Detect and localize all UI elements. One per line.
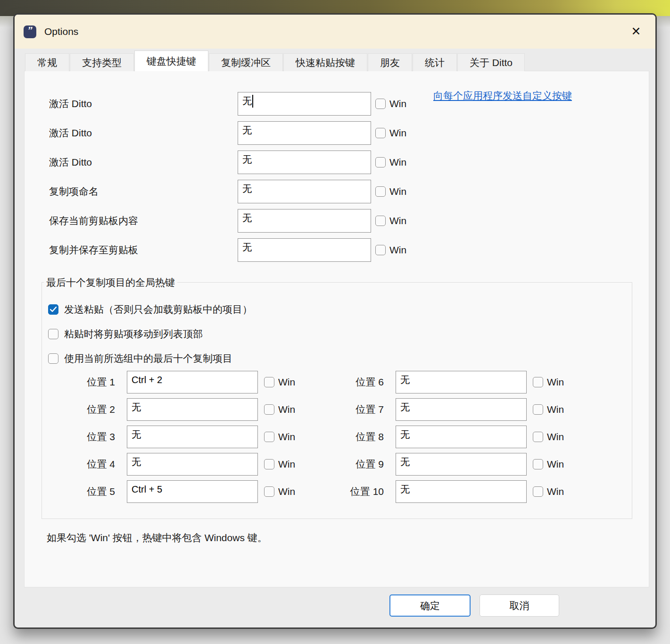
position-hotkey-value: 无 xyxy=(400,374,410,386)
position-label: 位置 9 xyxy=(323,458,384,471)
win-checkbox[interactable] xyxy=(533,404,543,415)
ditto-logo-icon: ” xyxy=(24,25,36,38)
win-checkbox[interactable] xyxy=(264,377,274,387)
position-hotkey-value: 无 xyxy=(400,456,410,468)
option-label: 使用当前所选组中的最后十个复制项目 xyxy=(64,352,232,365)
win-checkbox[interactable] xyxy=(533,459,543,469)
position-hotkey-input[interactable]: Ctrl + 2 xyxy=(127,371,258,393)
position-hotkey-value: Ctrl + 5 xyxy=(132,483,162,496)
positions-right-column: 位置 6 无 Win 位置 7 无 Win 位置 8 无 xyxy=(323,368,564,505)
tab-label: 常规 xyxy=(37,56,57,69)
hotkey-input[interactable]: 无 xyxy=(238,180,371,203)
close-icon[interactable]: ✕ xyxy=(628,23,644,39)
tab[interactable]: 常规 xyxy=(25,53,69,71)
win-option: Win xyxy=(533,431,564,443)
option-checkbox[interactable] xyxy=(48,329,58,339)
cancel-button[interactable]: 取消 xyxy=(480,594,559,617)
position-row: 位置 7 无 Win xyxy=(323,396,564,423)
win-checkbox-label: Win xyxy=(389,98,406,109)
position-row: 位置 1 Ctrl + 2 Win xyxy=(54,368,295,396)
win-checkbox-label: Win xyxy=(389,186,406,197)
win-checkbox[interactable] xyxy=(375,157,386,167)
position-row: 位置 8 无 Win xyxy=(323,423,564,451)
win-option: Win xyxy=(533,486,564,497)
tab-label: 支持类型 xyxy=(82,56,122,69)
win-key-note: 如果勾选 'Win' 按钮，热键中将包含 Windows 键。 xyxy=(47,531,267,544)
ok-button[interactable]: 确定 xyxy=(389,594,471,617)
position-label: 位置 7 xyxy=(323,403,384,416)
win-checkbox-label: Win xyxy=(278,431,295,443)
win-checkbox-label: Win xyxy=(389,157,406,168)
win-checkbox[interactable] xyxy=(533,432,543,442)
hotkey-input[interactable]: 无 xyxy=(238,151,371,174)
hotkey-row: 复制并保存至剪贴板 无 Win xyxy=(49,238,406,262)
win-checkbox[interactable] xyxy=(533,486,543,497)
position-label: 位置 5 xyxy=(54,485,115,498)
position-hotkey-input[interactable]: 无 xyxy=(396,453,527,476)
option-row: 使用当前所选组中的最后十个复制项目 xyxy=(48,352,252,365)
win-checkbox[interactable] xyxy=(375,128,386,138)
hotkey-input[interactable]: 无 xyxy=(238,209,371,233)
option-checkbox[interactable] xyxy=(48,353,58,364)
hotkey-input[interactable]: 无 xyxy=(238,121,371,145)
hotkey-input[interactable]: 无 xyxy=(238,238,371,262)
position-hotkey-input[interactable]: Ctrl + 5 xyxy=(127,480,258,503)
position-row: 位置 3 无 Win xyxy=(54,423,295,451)
hotkey-label: 复制项命名 xyxy=(49,185,238,198)
position-hotkey-input[interactable]: 无 xyxy=(396,426,527,448)
tab[interactable]: 支持类型 xyxy=(70,53,134,71)
win-option: Win xyxy=(264,486,295,497)
hotkey-label: 激活 Ditto xyxy=(49,97,238,110)
win-option: Win xyxy=(375,98,406,109)
win-checkbox[interactable] xyxy=(264,432,274,442)
win-checkbox-label: Win xyxy=(389,127,406,139)
win-checkbox[interactable] xyxy=(375,216,386,226)
position-hotkey-input[interactable]: 无 xyxy=(127,398,258,421)
win-option: Win xyxy=(264,459,295,470)
option-checkbox[interactable] xyxy=(48,304,58,315)
hotkey-input[interactable]: 无 xyxy=(238,92,371,116)
option-label: 发送粘贴（否则只会加载剪贴板中的项目） xyxy=(64,303,252,316)
position-label: 位置 2 xyxy=(54,403,115,416)
tab[interactable]: 快速粘贴按键 xyxy=(283,53,367,71)
win-option: Win xyxy=(264,404,295,415)
position-hotkey-input[interactable]: 无 xyxy=(127,426,258,448)
tab[interactable]: 复制缓冲区 xyxy=(209,53,283,71)
win-option: Win xyxy=(375,244,406,256)
hotkey-value: 无 xyxy=(242,153,252,166)
titlebar: ” Options ✕ xyxy=(15,15,655,49)
send-custom-keys-link[interactable]: 向每个应用程序发送自定义按键 xyxy=(433,89,572,102)
win-checkbox[interactable] xyxy=(375,99,386,109)
win-option: Win xyxy=(264,376,295,388)
position-hotkey-input[interactable]: 无 xyxy=(396,398,527,421)
win-checkbox[interactable] xyxy=(375,186,386,197)
tab-label: 朋友 xyxy=(380,56,400,69)
position-hotkey-value: 无 xyxy=(132,401,141,414)
keyboard-shortcuts-panel: 向每个应用程序发送自定义按键 激活 Ditto 无 Win 激活 Ditto 无… xyxy=(24,71,649,587)
tab[interactable]: 朋友 xyxy=(368,53,412,71)
hotkey-rows: 激活 Ditto 无 Win 激活 Ditto 无 Win 激活 Ditto 无 xyxy=(49,92,406,268)
position-label: 位置 6 xyxy=(323,376,384,389)
win-checkbox[interactable] xyxy=(375,245,386,255)
tab[interactable]: 键盘快捷键 xyxy=(134,50,208,71)
win-checkbox[interactable] xyxy=(264,486,274,497)
win-checkbox[interactable] xyxy=(264,459,274,469)
position-row: 位置 4 无 Win xyxy=(54,451,295,478)
win-checkbox[interactable] xyxy=(533,377,543,387)
hotkey-label: 保存当前剪贴板内容 xyxy=(49,214,238,227)
text-caret xyxy=(252,95,253,108)
position-hotkey-input[interactable]: 无 xyxy=(396,371,527,393)
position-hotkey-value: 无 xyxy=(132,428,141,441)
hotkey-row: 复制项命名 无 Win xyxy=(49,180,406,203)
position-hotkey-input[interactable]: 无 xyxy=(396,480,527,503)
position-label: 位置 3 xyxy=(54,430,115,443)
win-checkbox-label: Win xyxy=(278,486,295,497)
win-checkbox[interactable] xyxy=(264,404,274,415)
position-hotkey-input[interactable]: 无 xyxy=(127,453,258,476)
hotkey-row: 激活 Ditto 无 Win xyxy=(49,121,406,145)
tab[interactable]: 关于 Ditto xyxy=(457,53,525,71)
position-row: 位置 10 无 Win xyxy=(323,478,564,505)
win-checkbox-label: Win xyxy=(278,376,295,388)
tab[interactable]: 统计 xyxy=(413,53,457,71)
win-checkbox-label: Win xyxy=(389,244,406,256)
